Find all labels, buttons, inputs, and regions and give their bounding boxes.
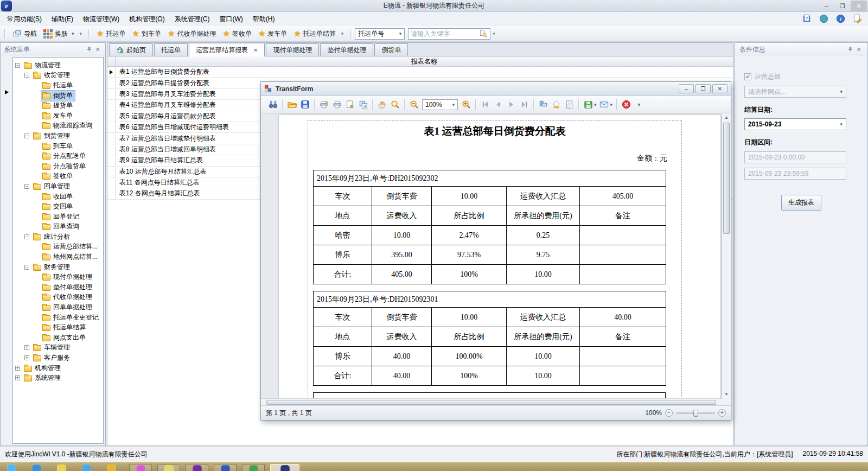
- tree-item-body[interactable]: 车辆管理: [32, 342, 72, 353]
- collapse-icon[interactable]: −: [24, 265, 29, 270]
- tab-4[interactable]: 垫付单据处理: [320, 43, 373, 56]
- scroll-down-icon[interactable]: ▼: [722, 390, 731, 398]
- tree-item[interactable]: 签收单: [13, 171, 103, 182]
- tree-item[interactable]: +客户服务: [13, 353, 103, 363]
- scroll-up-icon[interactable]: ▲: [722, 113, 731, 122]
- toolbar-grip[interactable]: [4, 29, 7, 39]
- toolbar-grip[interactable]: [350, 29, 353, 39]
- tree-item[interactable]: 托运单结算: [13, 322, 103, 333]
- print-preview-icon[interactable]: ?: [317, 98, 330, 111]
- toolbar-grip[interactable]: [88, 29, 91, 39]
- horizontal-scrollbar[interactable]: [261, 398, 722, 405]
- next-page-icon[interactable]: [505, 98, 518, 111]
- report-wizard-icon[interactable]: [852, 14, 863, 24]
- favorite-button[interactable]: ★签收单: [219, 28, 254, 40]
- taskbar-icon[interactable]: [104, 464, 118, 471]
- tree-item[interactable]: 网点支出单: [13, 333, 103, 343]
- collapse-icon[interactable]: −: [24, 73, 29, 78]
- hand-icon[interactable]: [375, 98, 388, 111]
- headquarters-checkbox[interactable]: ✔: [744, 73, 751, 80]
- tree-item[interactable]: −统计分析: [13, 232, 103, 242]
- collapse-icon[interactable]: −: [24, 184, 29, 189]
- tree-item-body[interactable]: 签收单: [41, 171, 75, 181]
- tab-2[interactable]: 运营总部结算报表✕: [189, 43, 265, 56]
- help-book-icon[interactable]: ?: [802, 14, 812, 24]
- tree-item-body[interactable]: 客户服务: [32, 353, 72, 363]
- tree-item[interactable]: 回单查询: [13, 222, 103, 232]
- prev-page-icon[interactable]: [492, 98, 505, 111]
- close-icon[interactable]: ✕: [93, 46, 102, 53]
- favorite-button[interactable]: ★托运单结算: [290, 28, 339, 40]
- tree-item-body[interactable]: 托运单变更登记: [41, 313, 101, 323]
- collapse-icon[interactable]: −: [15, 63, 20, 68]
- overflow-icon[interactable]: ▾: [633, 98, 646, 111]
- zoom-slider[interactable]: [676, 412, 715, 414]
- search-icon[interactable]: [479, 29, 488, 38]
- tree-item[interactable]: −收货管理: [13, 71, 103, 81]
- taskbar-icon[interactable]: [270, 464, 299, 471]
- tree-item-body[interactable]: 回单管理: [32, 181, 72, 192]
- tree-item-body[interactable]: 回单单据处理: [41, 302, 94, 313]
- tree-item[interactable]: −财务管理: [13, 262, 103, 272]
- tree-item[interactable]: −物流管理: [13, 60, 103, 71]
- expand-icon[interactable]: +: [15, 375, 20, 380]
- favorite-button[interactable]: ★到车单: [129, 28, 164, 40]
- tree-item-body[interactable]: 分点配送单: [41, 151, 88, 161]
- tree-item[interactable]: 发车单: [13, 111, 103, 121]
- export-icon[interactable]: [582, 98, 595, 111]
- tree-item[interactable]: 提货单: [13, 100, 103, 111]
- vertical-scrollbar[interactable]: ▲ ▼: [722, 113, 731, 398]
- expand-icon[interactable]: +: [15, 366, 20, 371]
- collapse-icon[interactable]: −: [24, 234, 29, 239]
- tree-item-body[interactable]: 物流管理: [23, 60, 63, 71]
- multi-page-icon[interactable]: [356, 98, 369, 111]
- tree-item-body[interactable]: 运营总部结算...: [41, 241, 100, 252]
- tab-3[interactable]: 现付单据处理: [266, 43, 319, 56]
- tree-item[interactable]: −回单管理: [13, 181, 103, 192]
- watermark-icon[interactable]: [563, 98, 576, 111]
- tree-item-body[interactable]: 托运单: [41, 80, 75, 91]
- toolbar-overflow-button[interactable]: ▾: [339, 31, 346, 36]
- menu-item-w[interactable]: 物流管理(W): [78, 12, 124, 26]
- zoom-out-icon[interactable]: [407, 98, 420, 111]
- scrollbar-thumb[interactable]: [266, 400, 716, 405]
- tree-item-body[interactable]: 到货管理: [32, 131, 72, 141]
- tree-item-body[interactable]: 托运单结算: [41, 322, 88, 333]
- taskbar-icon[interactable]: [242, 464, 265, 471]
- open-icon[interactable]: [285, 98, 298, 111]
- tree-item-body[interactable]: 提货单: [41, 100, 75, 111]
- tree-item-body[interactable]: 交回单: [41, 201, 75, 212]
- taskbar-icon[interactable]: [4, 464, 18, 471]
- skin-button[interactable]: 换肤 ▾: [40, 28, 78, 40]
- tree-item-body[interactable]: 地州网点结算...: [41, 252, 100, 262]
- tree-item-body[interactable]: 统计分析: [32, 232, 72, 242]
- tree-item[interactable]: +车辆管理: [13, 343, 103, 353]
- settle-date-combo[interactable]: 2015-09-23 ▾: [744, 118, 846, 130]
- tree-item[interactable]: 交回单: [13, 201, 103, 212]
- taskbar-icon[interactable]: [157, 464, 180, 471]
- globe-icon[interactable]: [819, 14, 829, 24]
- chevron-down-icon[interactable]: ▾: [610, 102, 613, 107]
- minimize-button[interactable]: –: [818, 1, 834, 11]
- menu-item-e[interactable]: 辅助(E): [47, 12, 78, 26]
- tree-item-body[interactable]: 分点验货单: [41, 161, 88, 171]
- tree-item[interactable]: 地州网点结算...: [13, 252, 103, 262]
- favorite-button[interactable]: ★托运单: [93, 28, 129, 40]
- zoom-level-combo[interactable]: 100%▾: [422, 99, 458, 110]
- pin-icon[interactable]: [846, 46, 854, 53]
- tree-item-body[interactable]: 机构管理: [23, 363, 63, 373]
- tree-item[interactable]: 回单登记: [13, 212, 103, 222]
- restore-button[interactable]: ❐: [834, 1, 851, 11]
- tree-item[interactable]: 垫付单据处理: [13, 282, 103, 292]
- tree-item[interactable]: 倒货单: [13, 91, 103, 101]
- favorite-button[interactable]: ★发车单: [255, 28, 290, 40]
- favorite-button[interactable]: ★代收单据处理: [164, 28, 219, 40]
- tree-item-body[interactable]: 系统管理: [23, 373, 63, 383]
- tab-close-icon[interactable]: ✕: [253, 47, 258, 53]
- chevron-down-icon[interactable]: ▾: [594, 102, 597, 107]
- menu-item-w[interactable]: 窗口(W): [214, 12, 247, 26]
- toolbar-overflow-button[interactable]: ▾: [490, 31, 497, 36]
- range-end-input[interactable]: 2015-09-23 23:59:59: [744, 168, 846, 180]
- tree-item[interactable]: 运营总部结算...: [13, 242, 103, 252]
- zoom-out-button[interactable]: −: [665, 409, 673, 417]
